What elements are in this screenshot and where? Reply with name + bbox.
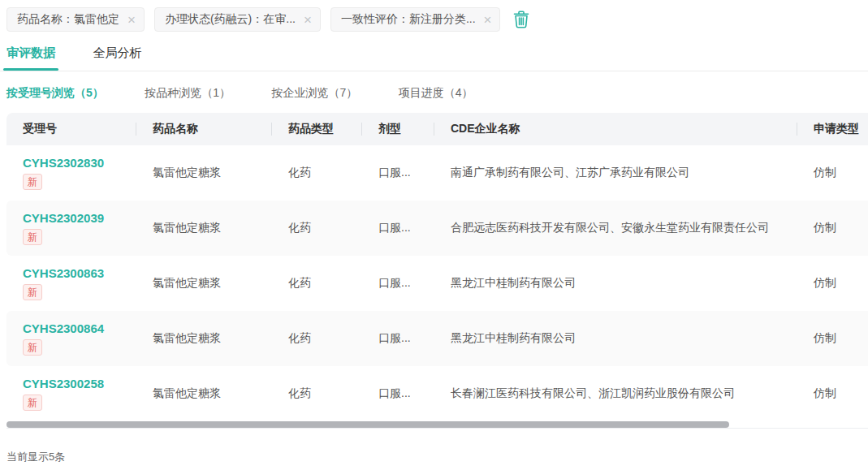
dosage-form-cell: 口服... bbox=[362, 386, 434, 401]
dosage-form-cell: 口服... bbox=[362, 166, 434, 180]
tab-review-data[interactable]: 审评数据 bbox=[6, 45, 55, 71]
dosage-form-cell: 口服... bbox=[362, 331, 434, 346]
company-cell: 黑龙江中桂制药有限公司 bbox=[434, 331, 797, 346]
column-header-application-type: 申请类型 bbox=[797, 122, 868, 136]
company-cell: 合肥远志医药科技开发有限公司、安徽永生堂药业有限责任公司 bbox=[434, 221, 797, 235]
new-badge: 新 bbox=[23, 229, 42, 245]
filter-tag-label: 药品名称：氯雷他定 bbox=[17, 12, 119, 27]
company-cell: 长春澜江医药科技有限公司、浙江凯润药业股份有限公司 bbox=[434, 386, 797, 401]
column-header-drug-type: 药品类型 bbox=[272, 122, 362, 136]
column-header-cde-company: CDE企业名称 bbox=[434, 122, 797, 136]
table-row: CYHS2300863 新 氯雷他定糖浆 化药 口服... 黑龙江中桂制药有限公… bbox=[6, 256, 868, 311]
review-data-page: 药品名称：氯雷他定 × 办理状态(药融云)：在审... × 一致性评价：新注册分… bbox=[0, 0, 868, 470]
filter-bar: 药品名称：氯雷他定 × 办理状态(药融云)：在审... × 一致性评价：新注册分… bbox=[0, 0, 868, 32]
acceptance-no-link[interactable]: CYHS2300863 bbox=[23, 266, 104, 280]
acceptance-no-link[interactable]: CYHS2302830 bbox=[23, 156, 104, 170]
acceptance-no-link[interactable]: CYHS2302039 bbox=[23, 211, 104, 225]
filter-tag-label: 一致性评价：新注册分类... bbox=[341, 12, 476, 27]
new-badge: 新 bbox=[23, 174, 42, 190]
drug-name-cell: 氯雷他定糖浆 bbox=[136, 331, 272, 346]
close-icon[interactable]: × bbox=[127, 13, 136, 27]
drug-name-cell: 氯雷他定糖浆 bbox=[136, 276, 272, 291]
application-type-cell: 仿制 bbox=[797, 386, 868, 401]
table-row: CYHS2302039 新 氯雷他定糖浆 化药 口服... 合肥远志医药科技开发… bbox=[6, 201, 868, 256]
results-table: 受理号 药品名称 药品类型 剂型 CDE企业名称 申请类型 CYHS230283… bbox=[6, 113, 868, 421]
drug-type-cell: 化药 bbox=[272, 386, 362, 401]
new-badge: 新 bbox=[23, 339, 42, 356]
company-cell: 南通广承制药有限公司、江苏广承药业有限公司 bbox=[434, 166, 797, 180]
subtab-by-acceptance-no[interactable]: 按受理号浏览（5） bbox=[6, 86, 104, 101]
dosage-form-cell: 口服... bbox=[362, 221, 434, 235]
dosage-form-cell: 口服... bbox=[362, 276, 434, 291]
tab-global-analysis[interactable]: 全局分析 bbox=[93, 45, 141, 71]
filter-tag-label: 办理状态(药融云)：在审... bbox=[165, 12, 296, 27]
application-type-cell: 仿制 bbox=[797, 331, 868, 346]
company-cell: 黑龙江中桂制药有限公司 bbox=[434, 276, 797, 291]
subtab-by-company[interactable]: 按企业浏览（7） bbox=[272, 86, 358, 101]
new-badge: 新 bbox=[23, 395, 42, 411]
table-row: CYHS2300864 新 氯雷他定糖浆 化药 口服... 黑龙江中桂制药有限公… bbox=[6, 311, 868, 366]
drug-type-cell: 化药 bbox=[272, 221, 362, 235]
acceptance-no-link[interactable]: CYHS2300864 bbox=[23, 321, 104, 335]
table-header-row: 受理号 药品名称 药品类型 剂型 CDE企业名称 申请类型 bbox=[6, 113, 868, 145]
new-badge: 新 bbox=[23, 284, 42, 300]
drug-name-cell: 氯雷他定糖浆 bbox=[136, 386, 272, 401]
drug-name-cell: 氯雷他定糖浆 bbox=[136, 166, 272, 180]
table-row: CYHS2300258 新 氯雷他定糖浆 化药 口服... 长春澜江医药科技有限… bbox=[6, 366, 868, 421]
application-type-cell: 仿制 bbox=[797, 221, 868, 235]
application-type-cell: 仿制 bbox=[797, 166, 868, 180]
horizontal-scrollbar[interactable] bbox=[6, 421, 868, 429]
subtab-by-variety[interactable]: 按品种浏览（1） bbox=[145, 86, 231, 101]
scrollbar-thumb[interactable] bbox=[6, 421, 729, 428]
subtab-project-progress[interactable]: 项目进度（4） bbox=[399, 86, 473, 101]
trash-icon[interactable] bbox=[513, 11, 529, 28]
main-tab-bar: 审评数据 全局分析 bbox=[0, 45, 868, 71]
acceptance-no-link[interactable]: CYHS2300258 bbox=[23, 377, 104, 390]
application-type-cell: 仿制 bbox=[797, 276, 868, 291]
result-count-text: 当前显示5条 bbox=[6, 450, 868, 464]
drug-type-cell: 化药 bbox=[272, 166, 362, 180]
filter-tag-consistency-eval[interactable]: 一致性评价：新注册分类... × bbox=[330, 7, 501, 32]
close-icon[interactable]: × bbox=[484, 13, 492, 27]
filter-tag-drug-name[interactable]: 药品名称：氯雷他定 × bbox=[6, 7, 145, 32]
column-header-dosage-form: 剂型 bbox=[362, 122, 434, 136]
column-header-drug-name: 药品名称 bbox=[136, 122, 272, 136]
drug-type-cell: 化药 bbox=[272, 331, 362, 346]
drug-name-cell: 氯雷他定糖浆 bbox=[136, 221, 272, 235]
table-row: CYHS2302830 新 氯雷他定糖浆 化药 口服... 南通广承制药有限公司… bbox=[6, 145, 868, 201]
drug-type-cell: 化药 bbox=[272, 276, 362, 291]
close-icon[interactable]: × bbox=[304, 13, 312, 27]
subtab-bar: 按受理号浏览（5） 按品种浏览（1） 按企业浏览（7） 项目进度（4） bbox=[0, 71, 868, 113]
column-header-acceptance-no: 受理号 bbox=[6, 122, 136, 136]
filter-tag-process-status[interactable]: 办理状态(药融云)：在审... × bbox=[154, 7, 321, 32]
